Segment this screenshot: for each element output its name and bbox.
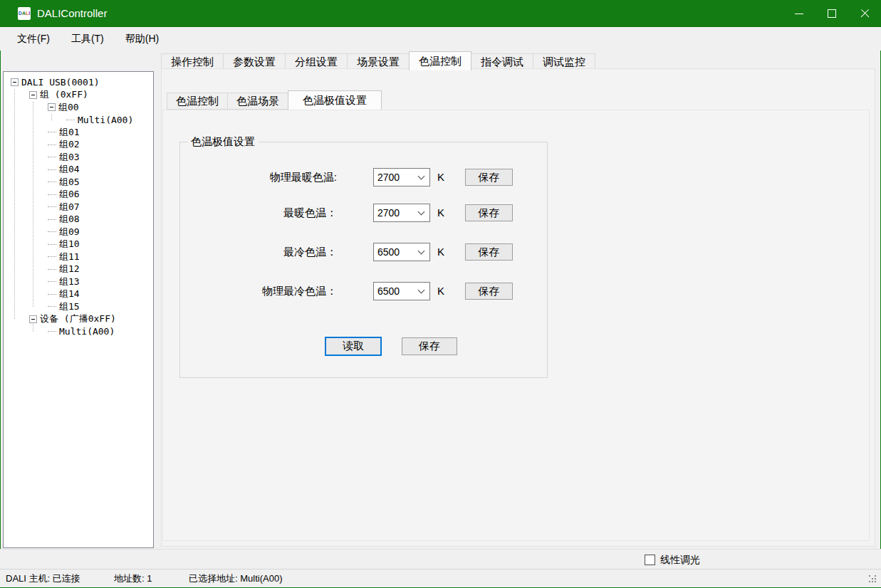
main-tab-4[interactable]: 色温控制 bbox=[409, 51, 471, 70]
tree-item[interactable]: 设备 (广播0xFF) bbox=[4, 313, 153, 326]
chevron-down-icon bbox=[418, 173, 425, 180]
tree-item-label: 组06 bbox=[59, 188, 80, 201]
temperature-combobox[interactable]: 6500 bbox=[373, 243, 430, 261]
window-title: DALIController bbox=[37, 0, 107, 27]
tree-item[interactable]: 组13 bbox=[4, 275, 153, 288]
title-bar: DALI DALIController bbox=[0, 0, 881, 27]
unit-label: K bbox=[437, 243, 444, 261]
tree-item[interactable]: 组11 bbox=[4, 251, 153, 263]
tree-connector bbox=[48, 145, 56, 145]
tree-item[interactable]: 组12 bbox=[4, 263, 153, 276]
temperature-combobox[interactable]: 6500 bbox=[373, 282, 430, 300]
menu-item-2[interactable]: 帮助(H) bbox=[125, 27, 159, 51]
collapse-icon[interactable] bbox=[29, 315, 37, 323]
tree-item[interactable]: 组07 bbox=[4, 201, 153, 214]
tree-item[interactable]: Multi(A00) bbox=[4, 114, 153, 127]
unit-label: K bbox=[437, 168, 444, 187]
tree-item[interactable]: 组03 bbox=[4, 151, 153, 164]
tree-item[interactable]: 组02 bbox=[4, 139, 153, 152]
footer-strip: 线性调光 bbox=[0, 549, 881, 569]
tree-item-label: 组08 bbox=[59, 213, 80, 226]
status-bar: DALI 主机: 已连接地址数: 1已选择地址: Multi(A00) bbox=[0, 569, 881, 587]
device-tree[interactable]: DALI USB(0001)组 (0xFF)组00Multi(A00)组01组0… bbox=[3, 71, 154, 548]
sub-tab-strip: 色温控制色温场景色温极值设置 bbox=[167, 92, 382, 110]
groupbox-title: 色温极值设置 bbox=[187, 135, 259, 149]
tree-item-label: 组03 bbox=[59, 151, 80, 164]
app-icon: DALI bbox=[18, 7, 31, 20]
resize-grip-icon[interactable] bbox=[869, 575, 877, 584]
tree-item[interactable]: 组06 bbox=[4, 189, 153, 201]
cct-limits-groupbox: 色温极值设置 物理最暖色温:2700K保存最暖色温：2700K保存最冷色温：65… bbox=[179, 142, 548, 378]
tree-connector bbox=[48, 231, 56, 232]
tree-item-label: 组14 bbox=[59, 288, 80, 300]
tree-item-label: 组02 bbox=[59, 138, 80, 151]
minimize-button[interactable] bbox=[783, 0, 815, 27]
collapse-icon[interactable] bbox=[11, 78, 19, 86]
tree-connector bbox=[66, 120, 75, 120]
tree-item-label: 组11 bbox=[59, 251, 80, 263]
chevron-down-icon bbox=[418, 287, 425, 294]
linear-dimming-label: 线性调光 bbox=[660, 550, 700, 569]
sub-tab-0[interactable]: 色温控制 bbox=[167, 93, 228, 110]
tree-item[interactable]: 组14 bbox=[4, 288, 153, 301]
save-button[interactable]: 保存 bbox=[465, 169, 513, 186]
tree-connector bbox=[48, 281, 56, 282]
tree-item-label: 组05 bbox=[59, 176, 80, 189]
tree-item-label: Multi(A00) bbox=[78, 115, 133, 125]
save-all-button[interactable]: 保存 bbox=[402, 337, 457, 355]
tree-connector bbox=[48, 194, 56, 195]
collapse-icon[interactable] bbox=[29, 91, 37, 99]
tree-item[interactable]: 组10 bbox=[4, 238, 153, 251]
field-label: 物理最冷色温： bbox=[180, 282, 337, 300]
field-label: 最暖色温： bbox=[180, 204, 337, 222]
maximize-icon bbox=[828, 9, 836, 18]
status-item-2: 已选择地址: Multi(A00) bbox=[189, 569, 282, 587]
minimize-icon bbox=[795, 14, 803, 14]
combobox-value: 6500 bbox=[377, 283, 400, 300]
tree-item-label: Multi(A00) bbox=[59, 326, 115, 337]
maximize-button[interactable] bbox=[815, 0, 848, 27]
app-window: DALI DALIController 文件(F)工具(T)帮助(H) DALI… bbox=[0, 0, 881, 588]
save-button[interactable]: 保存 bbox=[465, 243, 513, 261]
sub-tab-1[interactable]: 色温场景 bbox=[227, 93, 288, 110]
tree-connector bbox=[48, 244, 56, 245]
menu-item-0[interactable]: 文件(F) bbox=[17, 27, 50, 51]
temperature-combobox[interactable]: 2700 bbox=[373, 168, 430, 187]
tree-item-label: 组00 bbox=[58, 101, 79, 114]
tree-item[interactable]: 组09 bbox=[4, 226, 153, 238]
tree-item[interactable]: 组05 bbox=[4, 176, 153, 189]
tree-connector bbox=[48, 269, 56, 270]
collapse-icon[interactable] bbox=[48, 103, 56, 111]
form-row: 物理最暖色温:2700K保存 bbox=[180, 168, 547, 187]
form-row: 最冷色温：6500K保存 bbox=[180, 243, 547, 261]
tree-item[interactable]: 组08 bbox=[4, 214, 153, 226]
main-tab-page: 色温控制色温场景色温极值设置 色温极值设置 物理最暖色温:2700K保存最暖色温… bbox=[161, 68, 875, 547]
close-button[interactable] bbox=[848, 0, 881, 27]
tree-item[interactable]: 组00 bbox=[4, 101, 153, 114]
temperature-combobox[interactable]: 2700 bbox=[373, 204, 430, 222]
tree-item[interactable]: 组15 bbox=[4, 300, 153, 313]
tree-connector bbox=[48, 157, 56, 157]
status-item-1: 地址数: 1 bbox=[114, 569, 152, 587]
tree-item-label: 组13 bbox=[59, 275, 80, 288]
unit-label: K bbox=[437, 282, 444, 300]
tree-item[interactable]: 组04 bbox=[4, 164, 153, 177]
tree-item-label: 组07 bbox=[59, 201, 80, 214]
tree-connector bbox=[48, 256, 56, 257]
menu-item-1[interactable]: 工具(T) bbox=[71, 27, 104, 51]
tree-item-label: 组04 bbox=[59, 163, 80, 176]
tree-item-label: 组12 bbox=[59, 263, 80, 275]
chevron-down-icon bbox=[418, 248, 425, 255]
tree-item[interactable]: DALI USB(0001) bbox=[4, 76, 153, 89]
save-button[interactable]: 保存 bbox=[465, 204, 513, 221]
tree-item-label: 组09 bbox=[59, 226, 80, 238]
linear-dimming-checkbox[interactable] bbox=[645, 555, 655, 565]
tree-item[interactable]: Multi(A00) bbox=[4, 325, 153, 338]
tree-item-label: 设备 (广播0xFF) bbox=[40, 313, 116, 325]
tree-item[interactable]: 组01 bbox=[4, 126, 153, 139]
read-button[interactable]: 读取 bbox=[325, 337, 382, 356]
save-button[interactable]: 保存 bbox=[465, 283, 513, 300]
form-row: 最暖色温：2700K保存 bbox=[180, 204, 547, 222]
tree-item[interactable]: 组 (0xFF) bbox=[4, 89, 153, 102]
sub-tab-2[interactable]: 色温极值设置 bbox=[288, 90, 382, 110]
